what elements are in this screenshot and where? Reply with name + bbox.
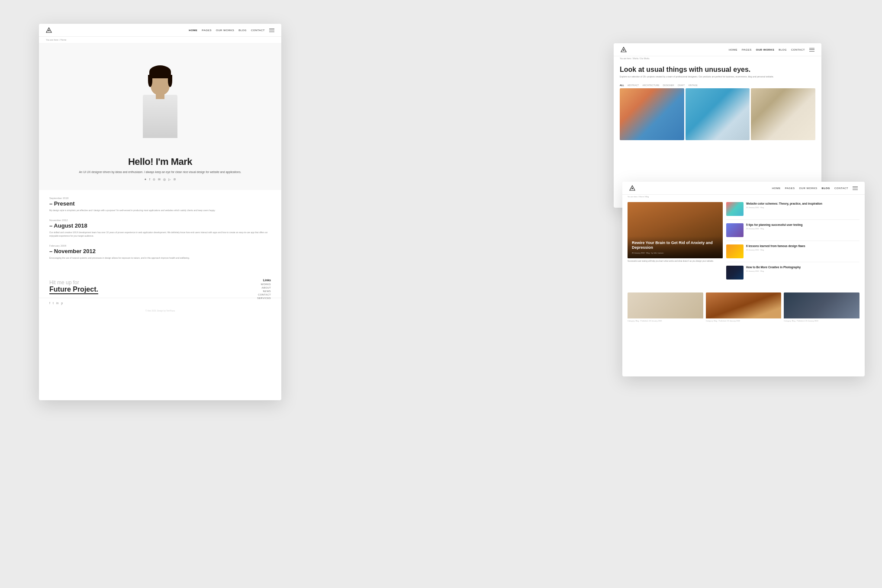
svg-marker-8	[631, 187, 633, 189]
works-nav-blog[interactable]: BLOG	[779, 48, 787, 51]
blog-sidebar: Website color schemes: Theory, practice,…	[726, 202, 859, 286]
nav-link-works[interactable]: OUR WORKS	[216, 29, 234, 32]
filter-architecture[interactable]: ARCHITECTURE	[642, 84, 659, 87]
blog-featured-excerpt: Successful user testing will help you le…	[628, 260, 723, 263]
hero-social-links: ✦ f ⊙ ✉ ◎ ▷ ℗	[39, 178, 281, 181]
screenshot-blog: HOME PAGES OUR WORKS BLOG CONTACT You ar…	[622, 182, 865, 376]
svg-marker-6	[623, 49, 624, 51]
main-breadcrumb: You are here: / Home	[39, 37, 281, 43]
blog-nav-home[interactable]: HOME	[772, 187, 781, 190]
social-facebook-icon[interactable]: f	[149, 178, 150, 181]
blog-card-meta-3: Category: Blog · Published: 20 January 2…	[784, 320, 859, 322]
social-instagram-icon[interactable]: ◎	[163, 178, 166, 181]
works-breadcrumb: You are here: / Works / Our Works	[614, 56, 821, 61]
timeline-item-1: September 2018 – Present My design style…	[49, 197, 271, 212]
works-hero-desc: Explore our selection of 25+ projects cr…	[620, 75, 815, 79]
works-filter: ALL ABSTRACT ARCHITECTURE DESIGNER CRAFT…	[614, 82, 821, 88]
social-vimeo-icon[interactable]: ▷	[168, 178, 171, 181]
works-nav: HOME PAGES OUR WORKS BLOG CONTACT	[614, 43, 821, 56]
nav-link-blog[interactable]: BLOG	[238, 29, 247, 32]
sidebar-post-4: How to Be More Creative in Photography 2…	[726, 266, 859, 283]
hero-section: Hello! I'm Mark An UI UX designer driven…	[39, 43, 281, 190]
footer-cta-section: Hit me up for Future Project. Links WORK…	[39, 273, 281, 298]
blog-card-image-2	[706, 292, 782, 318]
hero-person-image	[132, 43, 188, 138]
blog-cards-row: Category: Blog · Published: 20 January 2…	[622, 290, 865, 326]
footer-social-facebook[interactable]: f	[49, 302, 50, 305]
svg-marker-4	[48, 29, 50, 31]
blog-card-3[interactable]: Category: Blog · Published: 20 January 2…	[784, 292, 859, 322]
footer-link-contact[interactable]: CONTACT	[257, 293, 271, 296]
blog-nav-contact[interactable]: CONTACT	[834, 187, 848, 190]
filter-designer[interactable]: DESIGNER	[663, 84, 674, 87]
blog-nav-logo-icon	[629, 185, 635, 191]
hero-greeting: Hello! I'm Mark	[39, 156, 281, 167]
main-container: G Alex | Portfolio Personal Blogger Joom…	[0, 0, 882, 588]
footer-link-news[interactable]: NEWS	[257, 290, 271, 292]
works-nav-ourworks[interactable]: OUR WORKS	[756, 48, 775, 51]
blog-nav-blog[interactable]: BLOG	[822, 187, 830, 190]
sidebar-title-3[interactable]: 6 lessons learned from famous design fla…	[746, 244, 859, 248]
main-nav-links: HOME PAGES OUR WORKS BLOG CONTACT	[189, 29, 265, 32]
sidebar-post-3: 6 lessons learned from famous design fla…	[726, 244, 859, 262]
timeline-desc-3: Encouraging the use of natural systems a…	[49, 256, 271, 260]
filter-vintage[interactable]: VINTAGE	[688, 84, 698, 87]
works-image-3[interactable]	[751, 88, 815, 140]
nav-link-pages[interactable]: PAGES	[202, 29, 212, 32]
footer-link-about[interactable]: ABOUT	[257, 286, 271, 289]
social-email-icon[interactable]: ✉	[158, 178, 161, 181]
sidebar-thumb-3[interactable]	[726, 244, 744, 258]
blog-content-area: Rewire Your Brain to Get Rid of Anxiety …	[622, 199, 865, 290]
footer-cta-prefix: Hit me up for	[49, 280, 271, 286]
social-twitter-icon[interactable]: ✦	[144, 178, 147, 181]
works-image-2[interactable]	[686, 88, 750, 140]
sidebar-thumb-1[interactable]	[726, 202, 744, 216]
screenshot-main: HOME PAGES OUR WORKS BLOG CONTACT You ar…	[39, 24, 281, 400]
social-pinterest-icon[interactable]: ℗	[173, 178, 176, 181]
works-nav-home[interactable]: HOME	[729, 48, 737, 51]
works-nav-pages[interactable]: PAGES	[742, 48, 752, 51]
nav-link-contact[interactable]: CONTACT	[251, 29, 265, 32]
blog-card-2[interactable]: Category: Blog · Published: 20 January 2…	[706, 292, 782, 322]
sidebar-meta-2: 20 January 2022 · Blog	[746, 228, 859, 230]
footer-link-works[interactable]: WORKS	[257, 283, 271, 286]
sidebar-title-1[interactable]: Website color schemes: Theory, practice,…	[746, 202, 859, 206]
blog-hamburger-icon[interactable]	[853, 186, 858, 190]
blog-featured-meta: 20 January 2022 · Blog · by John Lawson	[632, 252, 718, 254]
timeline-month-2: November 2012	[49, 219, 271, 222]
works-nav-contact[interactable]: CONTACT	[791, 48, 805, 51]
social-github-icon[interactable]: ⊙	[153, 178, 155, 181]
blog-card-image-3	[784, 292, 859, 318]
blog-nav-pages[interactable]: PAGES	[785, 187, 795, 190]
nav-link-home[interactable]: HOME	[189, 29, 197, 32]
sidebar-title-2[interactable]: 5 tips for planning successful user test…	[746, 223, 859, 227]
sidebar-post-2: 5 tips for planning successful user test…	[726, 223, 859, 241]
filter-craft[interactable]: CRAFT	[678, 84, 685, 87]
footer-social-twitter[interactable]: t	[53, 302, 54, 305]
works-nav-logo-icon	[621, 47, 627, 52]
footer-link-services[interactable]: SERVICES	[257, 297, 271, 299]
filter-abstract[interactable]: ABSTRACT	[628, 84, 639, 87]
blog-featured-image[interactable]: Rewire Your Brain to Get Rid of Anxiety …	[628, 202, 723, 258]
footer-copyright: © Alex 2023. Design by TemPlaza	[39, 308, 281, 314]
works-image-1[interactable]	[620, 88, 684, 140]
timeline-section: September 2018 – Present My design style…	[39, 190, 281, 273]
blog-card-1[interactable]: Category: Blog · Published: 20 January 2…	[628, 292, 703, 322]
sidebar-thumb-2[interactable]	[726, 223, 744, 237]
blog-card-meta-2: Category: Blog · Published: 20 January 2…	[706, 320, 782, 322]
footer-cta-text: Future Project.	[49, 286, 98, 294]
main-nav-logo-icon	[46, 27, 52, 33]
sidebar-thumb-4[interactable]	[726, 266, 744, 280]
footer-links-section: Links WORKS ABOUT NEWS CONTACT SERVICES	[257, 279, 271, 300]
timeline-item-2: November 2012 – August 2018 Our skilled …	[49, 219, 271, 238]
blog-card-meta-1: Category: Blog · Published: 20 January 2…	[628, 320, 703, 322]
sidebar-title-4[interactable]: How to Be More Creative in Photography	[746, 266, 859, 269]
footer-social-row: f t in p	[39, 298, 281, 308]
hamburger-icon[interactable]	[269, 29, 274, 32]
filter-all[interactable]: ALL	[620, 84, 624, 87]
blog-featured-post: Rewire Your Brain to Get Rid of Anxiety …	[628, 202, 723, 286]
footer-social-pinterest[interactable]: p	[61, 302, 63, 305]
footer-social-linkedin[interactable]: in	[56, 302, 58, 305]
blog-nav-works[interactable]: OUR WORKS	[799, 187, 817, 190]
works-hamburger-icon[interactable]	[809, 48, 814, 51]
